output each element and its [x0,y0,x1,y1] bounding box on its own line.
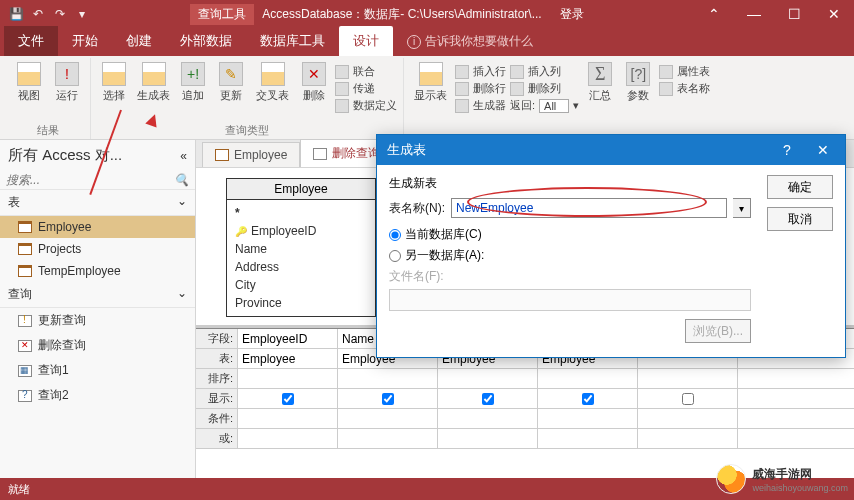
grid-cell[interactable]: EmployeeID [238,329,338,348]
grid-cell[interactable]: Employee [238,349,338,368]
delete-query-icon [18,340,32,352]
delete-rows-button[interactable]: 删除行 [455,81,506,96]
grid-cell[interactable] [438,369,538,388]
redo-icon[interactable]: ↷ [52,6,68,22]
tablename-dropdown-button[interactable]: ▾ [733,198,751,218]
field-item[interactable]: Address [235,258,367,276]
dialog-titlebar[interactable]: 生成表 ? ✕ [377,135,845,165]
builder-button[interactable]: 生成器 [455,98,506,113]
ribbon-collapse-icon[interactable]: ⌃ [694,0,734,28]
totals-button[interactable]: Σ汇总 [583,60,617,105]
show-checkbox[interactable] [682,393,694,405]
radio-current-db[interactable]: 当前数据库(C) [389,226,751,243]
maximize-icon[interactable]: ☐ [774,0,814,28]
cancel-button[interactable]: 取消 [767,207,833,231]
show-checkbox[interactable] [382,393,394,405]
nav-query-update[interactable]: 更新查询 [0,308,195,333]
field-list-title: Employee [227,179,375,200]
undo-icon[interactable]: ↶ [30,6,46,22]
grid-cell[interactable] [438,409,538,428]
parameters-button[interactable]: [?]参数 [621,60,655,105]
field-item[interactable]: City [235,276,367,294]
delete-cols-button[interactable]: 删除列 [510,81,579,96]
table-names-button[interactable]: 表名称 [659,81,710,96]
tab-design[interactable]: 设计 [339,26,393,56]
insert-cols-button[interactable]: 插入列 [510,64,579,79]
union-button[interactable]: 联合 [335,64,397,79]
dialog-help-icon[interactable]: ? [769,135,805,165]
dialog-close-icon[interactable]: ✕ [805,135,841,165]
view-button[interactable]: 视图 [12,60,46,105]
grid-cell[interactable] [438,389,538,408]
search-input[interactable] [6,173,170,187]
show-checkbox[interactable] [482,393,494,405]
select-query-button[interactable]: 选择 [97,60,131,105]
field-item[interactable]: Name [235,240,367,258]
crosstab-query-button[interactable]: 交叉表 [252,60,293,105]
radio-input[interactable] [389,229,401,241]
run-button[interactable]: !运行 [50,60,84,105]
field-item[interactable]: EmployeeID [235,222,367,240]
grid-cell[interactable] [638,409,738,428]
nav-group-queries[interactable]: 查询⌄ [0,282,195,308]
grid-cell[interactable] [538,429,638,448]
radio-input[interactable] [389,250,401,262]
field-star[interactable]: * [235,204,367,222]
passthrough-button[interactable]: 传递 [335,81,397,96]
tab-file[interactable]: 文件 [4,26,58,56]
show-checkbox[interactable] [582,393,594,405]
grid-cell[interactable] [238,369,338,388]
return-dropdown[interactable]: 返回: All▾ [510,98,579,113]
grid-cell[interactable] [538,369,638,388]
grid-cell[interactable] [338,409,438,428]
field-list-employee[interactable]: Employee * EmployeeID Name Address City … [226,178,376,317]
field-item[interactable]: Province [235,294,367,312]
ok-button[interactable]: 确定 [767,175,833,199]
grid-cell[interactable] [538,409,638,428]
show-checkbox[interactable] [282,393,294,405]
save-icon[interactable]: 💾 [8,6,24,22]
nav-collapse-icon[interactable]: « [180,149,187,163]
close-icon[interactable]: ✕ [814,0,854,28]
nav-query-2[interactable]: 查询2 [0,383,195,408]
nav-group-tables[interactable]: 表⌄ [0,190,195,216]
grid-cell[interactable] [338,429,438,448]
insert-rows-button[interactable]: 插入行 [455,64,506,79]
nav-table-employee[interactable]: Employee [0,216,195,238]
nav-query-delete[interactable]: 删除查询 [0,333,195,358]
doc-tab-employee[interactable]: Employee [202,142,300,167]
tell-me-box[interactable]: i告诉我你想要做什么 [393,27,547,56]
grid-cell[interactable] [238,409,338,428]
grid-cell[interactable] [438,429,538,448]
datadef-button[interactable]: 数据定义 [335,98,397,113]
make-table-query-button[interactable]: 生成表 [135,60,172,105]
grid-cell[interactable] [538,389,638,408]
insertrow-icon [455,65,469,79]
tab-create[interactable]: 创建 [112,26,166,56]
qat-customize-icon[interactable]: ▾ [74,6,90,22]
grid-cell[interactable] [638,369,738,388]
nav-query-1[interactable]: 查询1 [0,358,195,383]
grid-cell[interactable] [338,389,438,408]
radio-another-db[interactable]: 另一数据库(A): [389,247,751,264]
minimize-icon[interactable]: — [734,0,774,28]
showtable-icon [419,62,443,86]
show-table-button[interactable]: 显示表 [410,60,451,105]
grid-cell[interactable] [638,389,738,408]
grid-cell[interactable] [238,389,338,408]
tab-database-tools[interactable]: 数据库工具 [246,26,339,56]
grid-cell[interactable] [338,369,438,388]
tab-home[interactable]: 开始 [58,26,112,56]
nav-header[interactable]: 所有 Access 对... « [0,140,195,171]
tablename-input[interactable] [451,198,727,218]
delete-query-button[interactable]: ✕删除 [297,60,331,105]
update-query-button[interactable]: ✎更新 [214,60,248,105]
signin-link[interactable]: 登录 [550,6,594,23]
property-sheet-button[interactable]: 属性表 [659,64,710,79]
grid-cell[interactable] [238,429,338,448]
grid-cell[interactable] [638,429,738,448]
tab-external-data[interactable]: 外部数据 [166,26,246,56]
nav-table-projects[interactable]: Projects [0,238,195,260]
nav-table-tempemployee[interactable]: TempEmployee [0,260,195,282]
append-query-button[interactable]: +!追加 [176,60,210,105]
